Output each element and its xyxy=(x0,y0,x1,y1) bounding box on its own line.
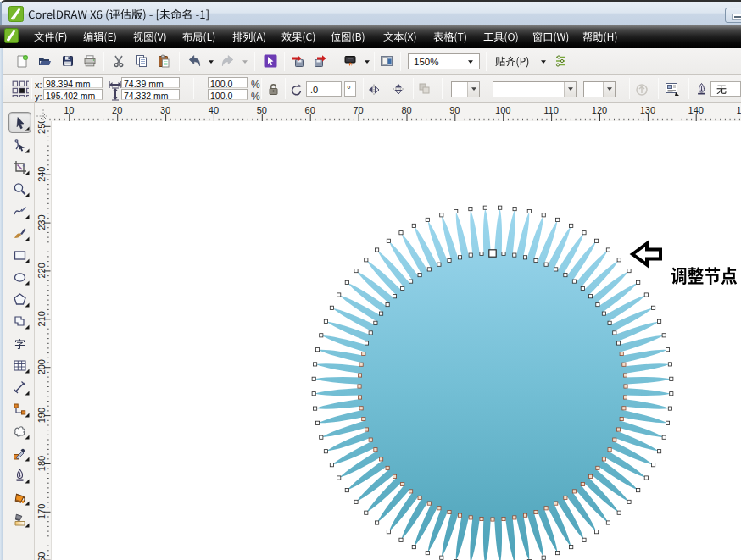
svg-text:140: 140 xyxy=(688,105,704,115)
svg-text:30: 30 xyxy=(160,105,170,115)
svg-text:120: 120 xyxy=(592,105,607,115)
svg-text:110: 110 xyxy=(543,105,559,115)
svg-text:240: 240 xyxy=(36,167,47,182)
svg-text:150: 150 xyxy=(736,105,741,115)
svg-text:100: 100 xyxy=(495,105,510,115)
svg-text:90: 90 xyxy=(449,105,460,115)
svg-text:190: 190 xyxy=(36,408,47,423)
svg-text:250: 250 xyxy=(36,121,47,134)
svg-text:170: 170 xyxy=(36,504,47,519)
svg-text:220: 220 xyxy=(36,263,47,278)
svg-text:60: 60 xyxy=(305,105,315,115)
svg-text:20: 20 xyxy=(112,105,122,115)
svg-text:40: 40 xyxy=(209,105,219,115)
svg-text:200: 200 xyxy=(36,359,47,374)
svg-text:130: 130 xyxy=(640,105,655,115)
svg-text:210: 210 xyxy=(36,311,47,326)
svg-text:180: 180 xyxy=(36,456,47,471)
svg-text:80: 80 xyxy=(401,105,411,115)
svg-text:160: 160 xyxy=(36,552,47,560)
svg-text:70: 70 xyxy=(353,105,363,115)
svg-text:230: 230 xyxy=(36,214,47,230)
svg-text:50: 50 xyxy=(257,105,267,115)
svg-text:10: 10 xyxy=(64,105,74,115)
